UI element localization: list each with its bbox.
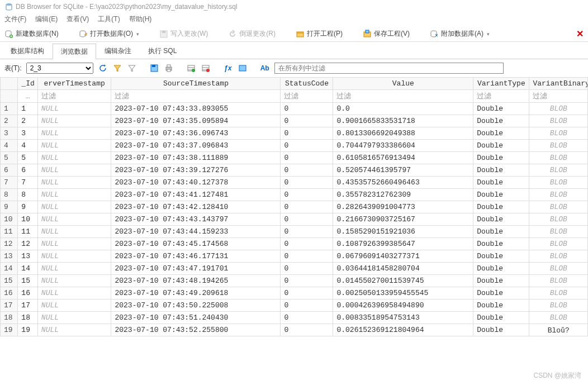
- cell-vtype[interactable]: Double: [473, 189, 529, 201]
- cell-vtype[interactable]: Double: [473, 177, 529, 189]
- menu-help[interactable]: 帮助(H): [129, 15, 152, 24]
- cell-vtype[interactable]: Double: [473, 103, 529, 115]
- cell-vtype[interactable]: Double: [473, 250, 529, 263]
- cell-status[interactable]: 0: [281, 275, 333, 287]
- cell-server-ts[interactable]: NULL: [37, 263, 111, 275]
- table-select[interactable]: 2_3: [26, 63, 93, 74]
- cell-vtype[interactable]: Double: [473, 201, 529, 213]
- cell-vbin[interactable]: BLOB: [529, 189, 588, 201]
- col-id[interactable]: _Id: [18, 78, 38, 90]
- cell-server-ts[interactable]: NULL: [37, 213, 111, 226]
- table-row[interactable]: 1717NULL2023-07-10 07:43:50.22500800.000…: [1, 300, 588, 312]
- cell-source-ts[interactable]: 2023-07-10 07:43:37.096843: [111, 140, 281, 152]
- cell-id[interactable]: 7: [18, 177, 38, 189]
- cell-source-ts[interactable]: 2023-07-10 07:43:39.127276: [111, 164, 281, 177]
- cell-vtype[interactable]: Double: [473, 127, 529, 140]
- cell-server-ts[interactable]: NULL: [37, 140, 111, 152]
- col-status[interactable]: StatusCode: [281, 78, 333, 90]
- cell-vbin[interactable]: BLOB: [529, 238, 588, 250]
- cell-status[interactable]: 0: [281, 189, 333, 201]
- menu-edit[interactable]: 编辑(E): [35, 15, 58, 24]
- cell-id[interactable]: 3: [18, 127, 38, 140]
- cell-vbin[interactable]: BLOB: [529, 201, 588, 213]
- cell-source-ts[interactable]: 2023-07-10 07:43:49.209618: [111, 287, 281, 300]
- cell-vtype[interactable]: Double: [473, 226, 529, 238]
- cell-server-ts[interactable]: NULL: [37, 103, 111, 115]
- cell-vbin[interactable]: BLOB: [529, 115, 588, 127]
- col-value[interactable]: Value: [333, 78, 473, 90]
- tab-browse[interactable]: 浏览数据: [53, 44, 96, 59]
- attach-database-button[interactable]: 附加数据库(A): [430, 29, 490, 39]
- col-source-ts[interactable]: SourceTimestamp: [111, 78, 281, 90]
- table-row[interactable]: 44NULL2023-07-10 07:43:37.09684300.70447…: [1, 140, 588, 152]
- cell-vbin[interactable]: BLOB: [529, 312, 588, 324]
- col-vtype[interactable]: VariantType: [473, 78, 529, 90]
- cell-status[interactable]: 0: [281, 300, 333, 312]
- new-database-button[interactable]: 新建数据库(N): [4, 29, 59, 39]
- cell-vbin[interactable]: BLOB: [529, 127, 588, 140]
- table-row[interactable]: 1919NULL2023-07-10 07:43:52.25580000.026…: [1, 324, 588, 336]
- cell-vtype[interactable]: Double: [473, 238, 529, 250]
- insert-row-icon[interactable]: [186, 63, 196, 73]
- cell-id[interactable]: 6: [18, 164, 38, 177]
- cell-value[interactable]: 0.9001665833531718: [333, 115, 473, 127]
- cell-value[interactable]: 0.520574461395797: [333, 164, 473, 177]
- cell-server-ts[interactable]: NULL: [37, 312, 111, 324]
- cell-vbin[interactable]: BLOB: [529, 177, 588, 189]
- cell-id[interactable]: 12: [18, 238, 38, 250]
- filter-vtype[interactable]: 过滤: [473, 90, 529, 103]
- cell-status[interactable]: 0: [281, 324, 333, 336]
- cell-source-ts[interactable]: 2023-07-10 07:43:45.174568: [111, 238, 281, 250]
- table-row[interactable]: 1212NULL2023-07-10 07:43:45.17456800.108…: [1, 238, 588, 250]
- cell-id[interactable]: 2: [18, 115, 38, 127]
- filter-vbin[interactable]: 过滤: [529, 90, 588, 103]
- cell-value[interactable]: 0.1087926399385647: [333, 238, 473, 250]
- table-row[interactable]: 55NULL2023-07-10 07:43:38.11188900.61058…: [1, 152, 588, 164]
- tab-sql[interactable]: 执行 SQL: [140, 43, 185, 59]
- cell-server-ts[interactable]: NULL: [37, 300, 111, 312]
- cell-vbin[interactable]: BLOB: [529, 103, 588, 115]
- cell-source-ts[interactable]: 2023-07-10 07:43:52.255800: [111, 324, 281, 336]
- open-project-button[interactable]: 打开工程(P): [296, 29, 343, 39]
- cell-vtype[interactable]: Double: [473, 115, 529, 127]
- cell-status[interactable]: 0: [281, 152, 333, 164]
- table-row[interactable]: 1818NULL2023-07-10 07:43:51.24043000.008…: [1, 312, 588, 324]
- table-row[interactable]: 1515NULL2023-07-10 07:43:48.19426500.014…: [1, 275, 588, 287]
- cell-value[interactable]: 0.7044797933386604: [333, 140, 473, 152]
- cell-vbin[interactable]: BLOB: [529, 275, 588, 287]
- print-icon[interactable]: [164, 63, 174, 73]
- filter-value[interactable]: 过滤: [333, 90, 473, 103]
- tab-pragmas[interactable]: 编辑杂注: [96, 43, 140, 59]
- filter-source-ts[interactable]: 过滤: [111, 90, 281, 103]
- cell-id[interactable]: 14: [18, 263, 38, 275]
- cell-value[interactable]: 0.03644181458280704: [333, 263, 473, 275]
- cell-source-ts[interactable]: 2023-07-10 07:43:36.096743: [111, 127, 281, 140]
- cell-vbin[interactable]: BLOB: [529, 287, 588, 300]
- cell-id[interactable]: 10: [18, 213, 38, 226]
- cell-value[interactable]: 0.000426396958494890: [333, 300, 473, 312]
- cell-vtype[interactable]: Double: [473, 263, 529, 275]
- col-vbin[interactable]: VariantBinary: [529, 78, 588, 90]
- cell-vtype[interactable]: Double: [473, 287, 529, 300]
- cell-vtype[interactable]: Double: [473, 213, 529, 226]
- cell-id[interactable]: 18: [18, 312, 38, 324]
- menu-view[interactable]: 查看(V): [67, 15, 89, 24]
- cell-vtype[interactable]: Double: [473, 164, 529, 177]
- cell-status[interactable]: 0: [281, 250, 333, 263]
- cell-server-ts[interactable]: NULL: [37, 189, 111, 201]
- cell-server-ts[interactable]: NULL: [37, 177, 111, 189]
- table-row[interactable]: 66NULL2023-07-10 07:43:39.12727600.52057…: [1, 164, 588, 177]
- cell-vbin[interactable]: BLOB: [529, 300, 588, 312]
- cell-value[interactable]: 0.2826439091004773: [333, 201, 473, 213]
- cell-status[interactable]: 0: [281, 312, 333, 324]
- table-row[interactable]: 22NULL2023-07-10 07:43:35.09589400.90016…: [1, 115, 588, 127]
- tab-structure[interactable]: 数据库结构: [2, 43, 53, 59]
- cell-server-ts[interactable]: NULL: [37, 164, 111, 177]
- cell-value[interactable]: 0.0025050133959455545: [333, 287, 473, 300]
- cell-vbin[interactable]: BLOB: [529, 226, 588, 238]
- table-row[interactable]: 88NULL2023-07-10 07:43:41.12748100.35578…: [1, 189, 588, 201]
- cell-vtype[interactable]: Double: [473, 140, 529, 152]
- menu-file[interactable]: 文件(F): [4, 15, 26, 24]
- cell-status[interactable]: 0: [281, 226, 333, 238]
- cell-server-ts[interactable]: NULL: [37, 287, 111, 300]
